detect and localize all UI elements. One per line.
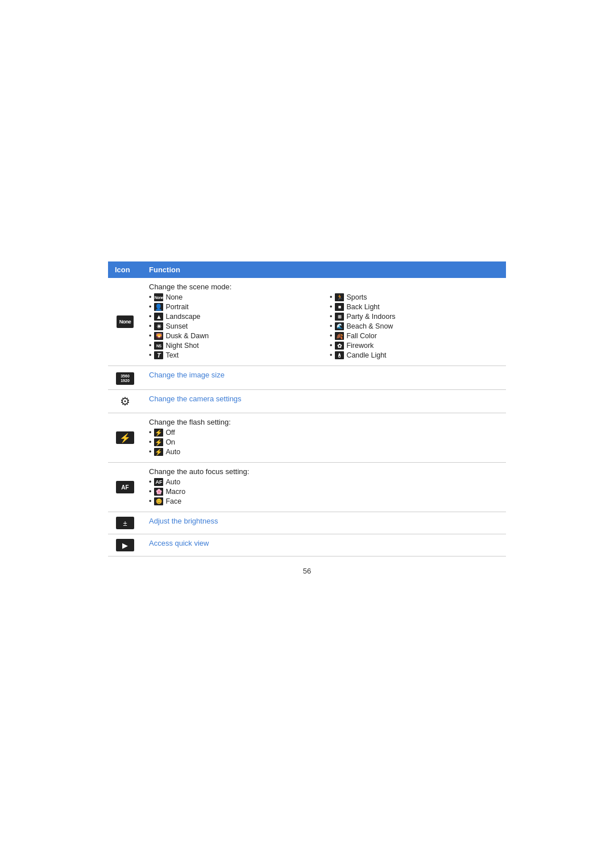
page-wrapper: Icon Function None Change the scene mode… bbox=[108, 261, 506, 575]
nightshot-icon: NS bbox=[154, 342, 163, 350]
flash-header: Change the flash setting: bbox=[149, 418, 499, 426]
scene-mode-function-cell: Change the scene mode: None None 👤 Portr… bbox=[142, 278, 506, 366]
portrait-label: Portrait bbox=[165, 303, 188, 311]
face-icon: 😊 bbox=[154, 497, 163, 505]
dusk-icon: 🌄 bbox=[154, 332, 163, 340]
list-item: ■ Back Light bbox=[330, 303, 499, 311]
nightshot-label: Night Shot bbox=[165, 342, 198, 350]
image-size-text: Change the image size bbox=[149, 371, 225, 379]
table-row: 35601920 Change the image size bbox=[108, 366, 506, 390]
list-item: ⚡ Auto bbox=[149, 448, 499, 456]
text-label: Text bbox=[165, 351, 179, 359]
list-item: ⚡ On bbox=[149, 438, 499, 446]
scene-mode-header: Change the scene mode: bbox=[149, 283, 499, 291]
af-icon: AF bbox=[116, 481, 134, 493]
page-number: 56 bbox=[108, 567, 506, 575]
list-item: 😊 Face bbox=[149, 497, 499, 505]
quick-view-icon-cell: ▶ bbox=[108, 534, 142, 556]
scene-mode-icon-cell: None bbox=[108, 278, 142, 366]
firework-icon: ✿ bbox=[335, 342, 344, 350]
brightness-icon-cell: ± bbox=[108, 512, 142, 534]
flash-icon-cell: ⚡ bbox=[108, 413, 142, 463]
quick-view-text: Access quick view bbox=[149, 539, 209, 547]
sports-label: Sports bbox=[346, 293, 367, 301]
flash-list: ⚡ Off ⚡ On ⚡ Auto bbox=[149, 429, 499, 456]
candle-label: Candle Light bbox=[346, 351, 386, 359]
party-icon: ⊞ bbox=[335, 313, 344, 321]
candle-icon: 🕯 bbox=[335, 351, 344, 359]
brightness-function-cell: Adjust the brightness bbox=[142, 512, 506, 534]
list-item: AF Auto bbox=[149, 478, 499, 486]
list-item: 🏃 Sports bbox=[330, 293, 499, 301]
flash-function-cell: Change the flash setting: ⚡ Off ⚡ On ⚡ A bbox=[142, 413, 506, 463]
camera-settings-icon-cell: ⚙ bbox=[108, 390, 142, 413]
beach-icon: 🌊 bbox=[335, 322, 344, 330]
none-scene-icon: None bbox=[154, 293, 163, 301]
brightness-text: Adjust the brightness bbox=[149, 517, 218, 525]
col-icon-header: Icon bbox=[108, 261, 142, 278]
party-label: Party & Indoors bbox=[346, 313, 395, 321]
table-row: ⚙ Change the camera settings bbox=[108, 390, 506, 413]
backlight-label: Back Light bbox=[346, 303, 379, 311]
firework-label: Firework bbox=[346, 342, 374, 350]
list-item: 🌊 Beach & Snow bbox=[330, 322, 499, 330]
fall-label: Fall Color bbox=[346, 332, 377, 340]
image-size-icon: 35601920 bbox=[116, 372, 134, 385]
beach-label: Beach & Snow bbox=[346, 322, 393, 330]
af-auto-icon: AF bbox=[154, 478, 163, 486]
list-item: 🕯 Candle Light bbox=[330, 351, 499, 359]
table-row: ⚡ Change the flash setting: ⚡ Off ⚡ On bbox=[108, 413, 506, 463]
macro-icon: 🌸 bbox=[154, 488, 163, 496]
quick-view-function-cell: Access quick view bbox=[142, 534, 506, 556]
none-icon: None bbox=[117, 315, 134, 328]
list-item: ⊞ Party & Indoors bbox=[330, 313, 499, 321]
landscape-label: Landscape bbox=[165, 313, 200, 321]
image-size-function-cell: Change the image size bbox=[142, 366, 506, 390]
flash-auto-label: Auto bbox=[165, 448, 180, 456]
macro-label: Macro bbox=[165, 488, 185, 496]
af-header: Change the auto focus setting: bbox=[149, 467, 499, 476]
fall-icon: 🍂 bbox=[335, 332, 344, 340]
af-auto-label: Auto bbox=[165, 478, 180, 486]
table-row: ± Adjust the brightness bbox=[108, 512, 506, 534]
table-row: AF Change the auto focus setting: AF Aut… bbox=[108, 463, 506, 512]
flash-on-icon: ⚡ bbox=[154, 438, 163, 446]
scene-col-left: None None 👤 Portrait ▲ Landscape bbox=[149, 293, 318, 361]
image-size-icon-cell: 35601920 bbox=[108, 366, 142, 390]
table-row: None Change the scene mode: None None 👤 bbox=[108, 278, 506, 366]
camera-settings-function-cell: Change the camera settings bbox=[142, 390, 506, 413]
functions-table: Icon Function None Change the scene mode… bbox=[108, 261, 506, 556]
landscape-icon: ▲ bbox=[154, 313, 163, 321]
portrait-icon: 👤 bbox=[154, 303, 163, 311]
col-function-header: Function bbox=[142, 261, 506, 278]
backlight-icon: ■ bbox=[335, 303, 344, 311]
af-list: AF Auto 🌸 Macro 😊 Face bbox=[149, 478, 499, 505]
gear-icon: ⚙ bbox=[120, 395, 130, 408]
list-item: ☀ Sunset bbox=[149, 322, 318, 330]
play-icon: ▶ bbox=[116, 539, 134, 551]
sunset-icon: ☀ bbox=[154, 322, 163, 330]
brightness-icon: ± bbox=[116, 517, 134, 529]
face-label: Face bbox=[165, 497, 181, 505]
scene-cols: None None 👤 Portrait ▲ Landscape bbox=[149, 293, 499, 361]
dusk-label: Dusk & Dawn bbox=[165, 332, 209, 340]
list-item: 🍂 Fall Color bbox=[330, 332, 499, 340]
none-label: None bbox=[165, 293, 182, 301]
list-item: 👤 Portrait bbox=[149, 303, 318, 311]
flash-off-icon: ⚡ bbox=[154, 429, 163, 437]
list-item: 🌄 Dusk & Dawn bbox=[149, 332, 318, 340]
camera-settings-text: Change the camera settings bbox=[149, 394, 242, 403]
list-item: 🌸 Macro bbox=[149, 488, 499, 496]
list-item: None None bbox=[149, 293, 318, 301]
list-item: ⚡ Off bbox=[149, 429, 499, 437]
flash-off-label: Off bbox=[165, 429, 175, 437]
af-function-cell: Change the auto focus setting: AF Auto 🌸… bbox=[142, 463, 506, 512]
sports-icon: 🏃 bbox=[335, 293, 344, 301]
list-item: T Text bbox=[149, 351, 318, 359]
sunset-label: Sunset bbox=[165, 322, 188, 330]
list-item: ▲ Landscape bbox=[149, 313, 318, 321]
flash-icon: ⚡ bbox=[116, 431, 134, 444]
table-row: ▶ Access quick view bbox=[108, 534, 506, 556]
flash-on-label: On bbox=[165, 438, 175, 446]
list-item: NS Night Shot bbox=[149, 342, 318, 350]
